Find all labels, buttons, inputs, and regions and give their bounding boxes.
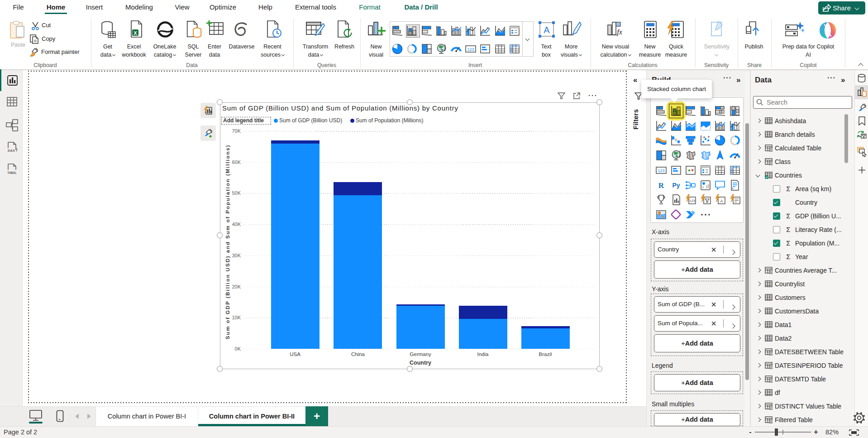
svg-text:R: R xyxy=(658,181,664,190)
svg-text:A: A xyxy=(544,25,550,35)
svg-text:123: 123 xyxy=(689,199,695,203)
svg-text:X: X xyxy=(134,30,137,36)
svg-text:TMDL: TMDL xyxy=(7,171,17,175)
svg-text:Py: Py xyxy=(672,182,680,189)
svg-text:fx: fx xyxy=(617,28,622,36)
svg-text:123: 123 xyxy=(658,168,664,173)
svg-text:A: A xyxy=(720,199,723,203)
svg-text:DAX: DAX xyxy=(8,149,15,153)
svg-text:123: 123 xyxy=(467,47,474,52)
